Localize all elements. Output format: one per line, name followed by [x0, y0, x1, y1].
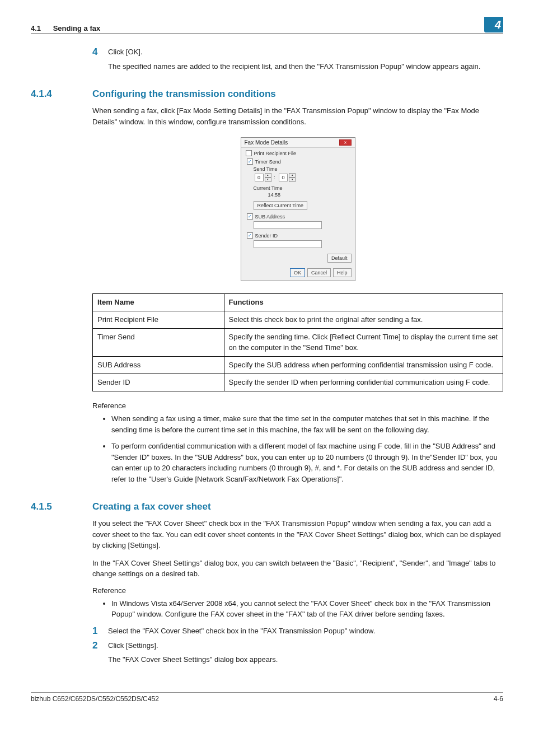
properties-table: Item Name Functions Print Recipient File… — [92, 293, 503, 391]
footer-left: bizhub C652/C652DS/C552/C552DS/C452 — [31, 695, 159, 703]
p-415-2: In the "FAX Cover Sheet Settings" dialog… — [92, 558, 503, 580]
label-print-recipient: Print Recipient File — [254, 151, 297, 156]
hour-down-icon[interactable]: ▾ — [265, 178, 271, 182]
input-sender-id[interactable] — [254, 240, 322, 248]
checkbox-print-recipient[interactable] — [246, 150, 252, 156]
label-sender-id: Sender ID — [255, 233, 278, 239]
send-time-hour[interactable]: 0 — [255, 174, 264, 181]
reference-list-415: In Windows Vista x64/Server 2008 x64, yo… — [92, 598, 503, 620]
default-button[interactable]: Default — [327, 254, 352, 263]
close-icon[interactable]: ✕ — [339, 139, 352, 146]
running-header: 4.1 Sending a fax 4 — [31, 17, 503, 34]
heading-414: 4.1.4 Configuring the transmission condi… — [31, 88, 503, 100]
th-item: Item Name — [93, 294, 224, 311]
reference-label-415: Reference — [92, 586, 503, 595]
checkbox-timer-send[interactable] — [247, 158, 253, 165]
step-subtext: The "FAX Cover Sheet Settings" dialog bo… — [108, 654, 503, 665]
heading-number: 4.1.4 — [31, 88, 92, 100]
step-2: 2 Click [Settings]. The "FAX Cover Sheet… — [92, 640, 503, 665]
step-text: Click [OK]. — [108, 46, 503, 58]
min-down-icon[interactable]: ▾ — [289, 178, 296, 182]
list-item: To perform confidential communication wi… — [111, 441, 503, 484]
step-number: 1 — [92, 626, 108, 637]
runhead-section-title: Sending a fax — [53, 24, 101, 32]
step-subtext: The specified names are added to the rec… — [108, 61, 503, 72]
checkbox-sub-address[interactable] — [247, 213, 253, 220]
step-number: 2 — [92, 640, 108, 665]
dialog-title: Fax Mode Details — [245, 139, 288, 146]
input-sub-address[interactable] — [254, 221, 322, 229]
footer-right: 4-6 — [494, 695, 503, 703]
heading-title: Configuring the transmission conditions — [92, 88, 276, 100]
table-row: Print Recipient File Select this check b… — [93, 311, 503, 329]
min-up-icon[interactable]: ▴ — [289, 173, 296, 178]
runhead-section-number: 4.1 — [31, 24, 41, 32]
reflect-current-time-button[interactable]: Reflect Current Time — [254, 201, 308, 210]
step-text: Select the "FAX Cover Sheet" check box i… — [108, 626, 503, 637]
list-item: When sending a fax using a timer, make s… — [111, 413, 503, 435]
heading-number: 4.1.5 — [31, 501, 92, 512]
p-415-1: If you select the "FAX Cover Sheet" chec… — [92, 518, 503, 551]
cancel-button[interactable]: Cancel — [307, 268, 331, 277]
list-item: In Windows Vista x64/Server 2008 x64, yo… — [111, 598, 503, 620]
heading-title: Creating a fax cover sheet — [92, 501, 211, 512]
label-timer-send: Timer Send — [255, 159, 281, 165]
step-number: 4 — [92, 46, 108, 72]
label-send-time: Send Time — [254, 166, 352, 172]
table-row: Sender ID Specify the sender ID when per… — [93, 374, 503, 391]
table-row: Timer Send Specify the sending time. Cli… — [93, 329, 503, 356]
dialog-screenshot: Fax Mode Details ✕ Print Recipient File … — [92, 137, 503, 281]
help-button[interactable]: Help — [333, 268, 352, 277]
step-1: 1 Select the "FAX Cover Sheet" check box… — [92, 626, 503, 637]
page-footer: bizhub C652/C652DS/C552/C552DS/C452 4-6 — [31, 692, 503, 703]
table-row: SUB Address Specify the SUB address when… — [93, 356, 503, 374]
ok-button[interactable]: OK — [290, 268, 305, 277]
reference-label-414: Reference — [92, 402, 503, 410]
step-text: Click [Settings]. — [108, 640, 503, 651]
intro-414: When sending a fax, click [Fax Mode Sett… — [92, 105, 503, 127]
step-4: 4 Click [OK]. The specified names are ad… — [92, 46, 503, 72]
value-current-time: 14:58 — [268, 192, 352, 198]
label-current-time: Current Time — [254, 185, 352, 191]
reference-list-414: When sending a fax using a timer, make s… — [92, 413, 503, 484]
hour-up-icon[interactable]: ▴ — [265, 173, 271, 178]
checkbox-sender-id[interactable] — [247, 232, 253, 239]
th-func: Functions — [224, 294, 503, 311]
send-time-min[interactable]: 0 — [279, 174, 288, 181]
chapter-badge: 4 — [484, 17, 503, 32]
label-sub-address: SUB Address — [255, 214, 285, 220]
heading-415: 4.1.5 Creating a fax cover sheet — [31, 501, 503, 512]
